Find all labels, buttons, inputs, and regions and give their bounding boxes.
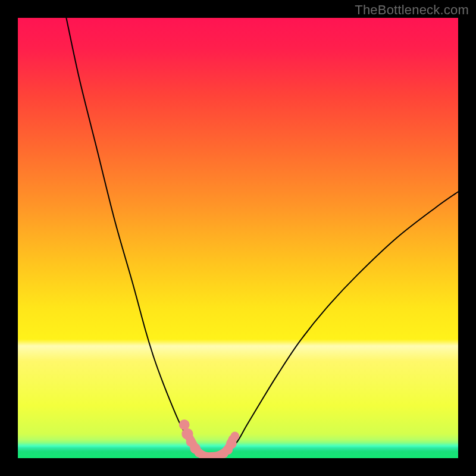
plot-area — [18, 18, 458, 458]
valley-dot — [230, 432, 239, 441]
chart-frame: TheBottleneck.com — [0, 0, 476, 476]
watermark-text: TheBottleneck.com — [355, 2, 469, 18]
series-right-curve — [225, 192, 458, 456]
chart-curves — [18, 18, 458, 458]
valley-dot — [195, 449, 203, 458]
series-left-curve — [66, 18, 202, 456]
